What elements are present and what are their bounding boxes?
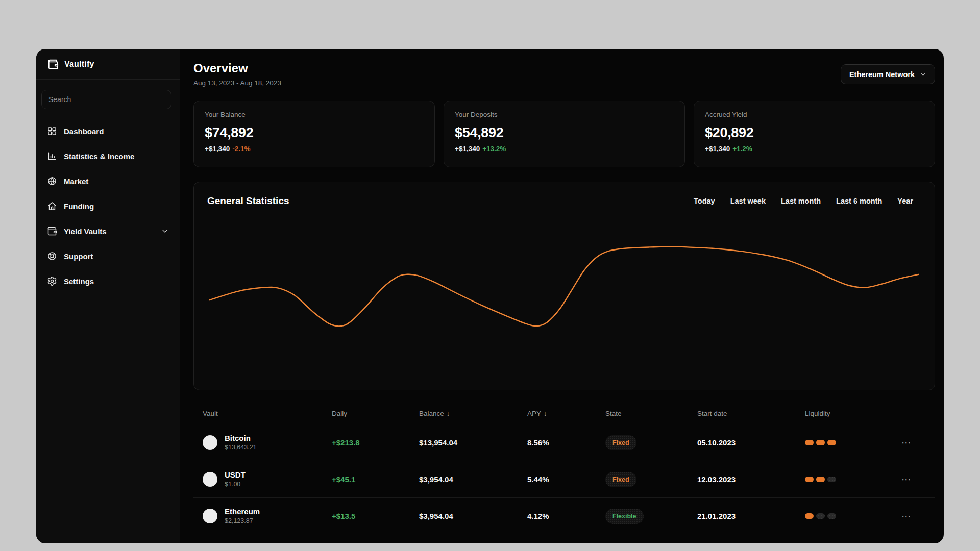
search-input[interactable]: [41, 90, 172, 109]
network-selector-label: Ethereum Network: [849, 70, 915, 79]
vaults-table: VaultDailyBalance↓APY↓StateStart dateLiq…: [193, 403, 935, 534]
statistics-title: General Statistics: [207, 195, 289, 207]
sidebar-item-label: Yield Vaults: [64, 227, 107, 236]
sidebar-item-support[interactable]: Support: [36, 245, 180, 267]
home-icon: [47, 201, 57, 211]
sidebar-item-label: Dashboard: [64, 127, 104, 136]
liquidity-indicator: [805, 513, 899, 519]
table-row-ethereum[interactable]: Ethereum$2,123.87+$13.5$3,954.044.12%Fle…: [193, 497, 935, 534]
filter-last-month[interactable]: Last month: [781, 197, 821, 205]
filter-last-week[interactable]: Last week: [730, 197, 766, 205]
chevron-down-icon: [920, 71, 926, 78]
balance-value: $3,954.04: [419, 475, 527, 484]
column-header-balance[interactable]: Balance↓: [419, 410, 527, 417]
gear-icon: [47, 276, 57, 286]
vault-name: Ethereum: [225, 508, 260, 516]
stat-card-delta: +$1,340+13.2%: [455, 145, 674, 153]
liquidity-indicator: [805, 440, 899, 445]
filter-today[interactable]: Today: [694, 197, 715, 205]
balance-value: $13,954.04: [419, 438, 527, 447]
network-selector[interactable]: Ethereum Network: [841, 64, 935, 84]
sidebar-item-yield-vaults[interactable]: Yield Vaults: [36, 220, 180, 242]
row-menu-button[interactable]: ⋯: [899, 437, 914, 448]
daily-change: +$213.8: [332, 438, 419, 447]
lifebuoy-icon: [47, 251, 57, 261]
sort-desc-icon: ↓: [544, 410, 547, 417]
vault-avatar: [203, 472, 217, 487]
vault-price: $1.00: [225, 481, 246, 488]
vault-avatar: [203, 435, 217, 450]
wallet-icon: [47, 226, 57, 236]
stat-card-delta: +$1,340-2.1%: [205, 145, 424, 153]
start-date: 21.01.2023: [697, 512, 805, 520]
vault-name: Bitcoin: [225, 434, 257, 443]
apy-value: 4.12%: [527, 512, 605, 520]
stat-card-label: Your Balance: [205, 111, 424, 118]
state-badge: Fixed: [605, 435, 636, 450]
vault-price: $13,643.21: [225, 444, 257, 451]
column-header-daily: Daily: [332, 410, 419, 417]
bar-chart-icon: [47, 151, 57, 161]
state-badge: Fixed: [605, 472, 636, 487]
filter-last-6-month[interactable]: Last 6 month: [836, 197, 882, 205]
page-header: Overview Aug 13, 2023 - Aug 18, 2023 Eth…: [193, 62, 935, 87]
statistics-chart: [209, 241, 919, 333]
table-row-bitcoin[interactable]: Bitcoin$13,643.21+$213.8$13,954.048.56%F…: [193, 424, 935, 461]
sidebar-item-funding[interactable]: Funding: [36, 195, 180, 217]
page-title: Overview: [193, 62, 281, 74]
stat-card-delta-pct: -2.1%: [232, 145, 250, 153]
vault-cell: Ethereum$2,123.87: [203, 508, 332, 525]
app-window: Vaultify DashboardStatistics & IncomeMar…: [36, 49, 944, 543]
apy-value: 8.56%: [527, 438, 605, 447]
time-filters: TodayLast weekLast monthLast 6 monthYear: [694, 197, 913, 205]
balance-value: $3,954.04: [419, 512, 527, 520]
stat-card-value: $20,892: [705, 125, 924, 141]
app-title: Vaultify: [64, 60, 94, 69]
column-header-liquidity: Liquidity: [805, 410, 899, 417]
stat-card-label: Your Deposits: [455, 111, 674, 118]
sidebar-item-label: Funding: [64, 202, 94, 211]
column-header-vault: Vault: [203, 410, 332, 417]
liquidity-indicator: [805, 477, 899, 482]
sidebar-item-settings[interactable]: Settings: [36, 270, 180, 292]
statistics-panel: General Statistics TodayLast weekLast mo…: [193, 182, 935, 390]
vault-cell: Bitcoin$13,643.21: [203, 434, 332, 452]
start-date: 12.03.2023: [697, 475, 805, 484]
stat-card-1: Your Deposits$54,892+$1,340+13.2%: [444, 101, 685, 167]
daily-change: +$13.5: [332, 512, 419, 520]
table-row-usdt[interactable]: USDT$1.00+$45.1$3,954.045.44%Fixed12.03.…: [193, 461, 935, 497]
vault-name: USDT: [225, 471, 246, 480]
sidebar-item-statistics[interactable]: Statistics & Income: [36, 145, 180, 167]
stat-card-delta-pct: +1.2%: [732, 145, 752, 153]
chart-line: [209, 246, 919, 326]
chevron-down-icon[interactable]: [161, 227, 169, 235]
sidebar-item-dashboard[interactable]: Dashboard: [36, 120, 180, 142]
column-header-state: State: [605, 410, 697, 417]
stat-card-value: $54,892: [455, 125, 674, 141]
vault-avatar: [203, 509, 217, 523]
vault-price: $2,123.87: [225, 517, 260, 524]
filter-year[interactable]: Year: [897, 197, 913, 205]
sidebar-item-label: Market: [64, 177, 88, 186]
start-date: 05.10.2023: [697, 438, 805, 447]
sidebar-item-market[interactable]: Market: [36, 170, 180, 192]
stat-card-0: Your Balance$74,892+$1,340-2.1%: [193, 101, 435, 167]
stat-cards: Your Balance$74,892+$1,340-2.1%Your Depo…: [193, 101, 935, 167]
sidebar-nav: DashboardStatistics & IncomeMarketFundin…: [36, 117, 180, 295]
column-header-start-date: Start date: [697, 410, 805, 417]
stat-card-delta: +$1,340+1.2%: [705, 145, 924, 153]
row-menu-button[interactable]: ⋯: [899, 510, 914, 522]
wallet-logo-icon: [47, 59, 59, 70]
column-header-apy[interactable]: APY↓: [527, 410, 605, 417]
table-body: Bitcoin$13,643.21+$213.8$13,954.048.56%F…: [193, 424, 935, 534]
stat-card-2: Accrued Yield$20,892+$1,340+1.2%: [694, 101, 935, 167]
main-content: Overview Aug 13, 2023 - Aug 18, 2023 Eth…: [180, 49, 944, 543]
sidebar-item-label: Settings: [64, 277, 94, 286]
daily-change: +$45.1: [332, 475, 419, 484]
sidebar: Vaultify DashboardStatistics & IncomeMar…: [36, 49, 180, 543]
row-menu-button[interactable]: ⋯: [899, 473, 914, 485]
state-badge: Flexible: [605, 509, 644, 524]
stat-card-delta-pct: +13.2%: [482, 145, 506, 153]
date-range: Aug 13, 2023 - Aug 18, 2023: [193, 79, 281, 87]
sidebar-item-label: Statistics & Income: [64, 152, 134, 161]
